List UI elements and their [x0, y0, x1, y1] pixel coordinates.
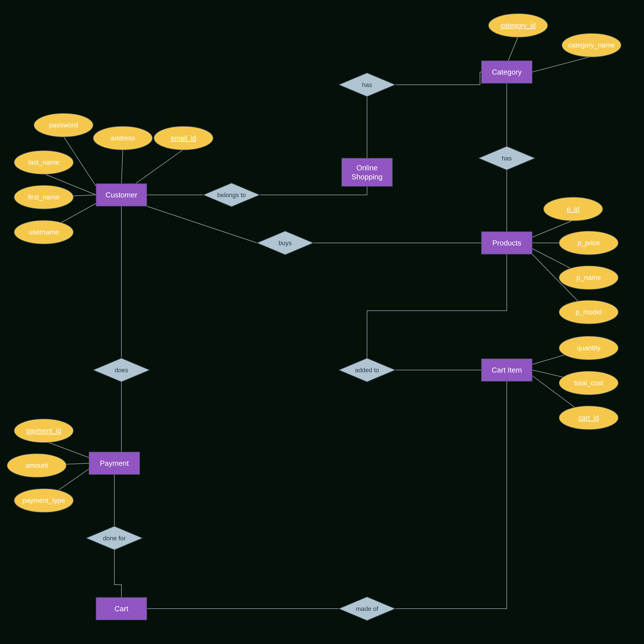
attribute-password: password [34, 113, 93, 137]
edge-does-payment [114, 381, 121, 452]
edge-done_for-cart [114, 549, 121, 597]
attribute-p_name: p_name [559, 266, 618, 289]
svg-text:payment_id: payment_id [26, 427, 61, 435]
attribute-payment_id: payment_id [14, 419, 73, 443]
attribute-last_name: last_name [14, 150, 73, 174]
svg-text:total_cost: total_cost [574, 379, 603, 387]
svg-text:added to: added to [355, 367, 379, 374]
attribute-address: address [93, 126, 152, 150]
attribute-total_cost: total_cost [559, 371, 618, 395]
relationship-made_of: made of [339, 597, 395, 621]
edge-products-added_to [367, 254, 507, 359]
attr-edge-customer [121, 149, 123, 184]
relationship-has_right: has [479, 146, 535, 170]
svg-text:category_name: category_name [568, 41, 615, 49]
svg-text:Shopping: Shopping [352, 172, 383, 181]
svg-text:amount: amount [25, 462, 48, 469]
svg-text:last_name: last_name [28, 158, 60, 166]
svg-text:Online: Online [356, 163, 377, 172]
attribute-first_name: first_name [14, 185, 73, 209]
entity-cart: Cart [96, 597, 147, 620]
edge-made_of-cart_item [395, 381, 507, 609]
svg-text:has: has [362, 81, 372, 88]
svg-text:quantity: quantity [577, 344, 601, 352]
attribute-username: username [14, 220, 73, 244]
svg-text:cart_id: cart_id [578, 414, 599, 422]
attribute-layer: passwordaddressemail_idlast_namefirst_na… [7, 14, 621, 512]
relationship-buys: buys [257, 231, 313, 255]
edge-customer-buys [147, 206, 257, 243]
svg-text:Cart: Cart [114, 604, 128, 613]
relationship-added_to: added to [339, 358, 395, 382]
entity-payment: Payment [89, 452, 140, 475]
entity-layer: CustomerOnlineShoppingCategoryProductsCa… [89, 61, 532, 620]
relationship-has_top: has [339, 73, 395, 97]
svg-text:address: address [111, 134, 135, 142]
svg-text:does: does [115, 367, 128, 374]
attribute-p_id: p_id [543, 197, 603, 221]
entity-online_shopping: OnlineShopping [342, 158, 392, 186]
svg-text:Cart Item: Cart Item [492, 366, 522, 374]
svg-text:Products: Products [492, 239, 521, 247]
attribute-p_price: p_price [559, 231, 618, 255]
attr-edge-category [532, 56, 591, 72]
relationship-belongs_to: belongs to [203, 183, 260, 207]
attribute-p_model: p_model [559, 300, 618, 324]
attribute-quantity: quantity [559, 336, 618, 360]
svg-text:Category: Category [492, 68, 522, 76]
svg-text:p_model: p_model [576, 308, 602, 316]
entity-cart_item: Cart Item [481, 359, 532, 381]
entity-products: Products [481, 231, 532, 254]
attr-edge-layer [37, 37, 591, 501]
svg-text:password: password [49, 121, 78, 129]
attribute-category_name: category_name [562, 33, 621, 57]
svg-text:made of: made of [356, 605, 378, 612]
svg-text:first_name: first_name [28, 193, 60, 201]
svg-text:p_name: p_name [577, 274, 601, 281]
svg-text:email_id: email_id [171, 134, 196, 142]
svg-text:belongs to: belongs to [217, 191, 246, 198]
attribute-payment_type: payment_type [14, 489, 73, 512]
attribute-cart_id: cart_id [559, 406, 618, 430]
svg-text:username: username [29, 228, 59, 236]
svg-text:has: has [502, 155, 512, 162]
relationship-done_for: done for [86, 526, 143, 550]
attr-edge-customer [136, 149, 184, 184]
svg-text:p_id: p_id [567, 205, 579, 213]
svg-text:Customer: Customer [106, 191, 137, 199]
entity-customer: Customer [96, 184, 147, 206]
svg-text:buys: buys [279, 239, 292, 246]
svg-text:category_id: category_id [501, 21, 536, 29]
er-diagram: passwordaddressemail_idlast_namefirst_na… [0, 0, 644, 644]
attribute-amount: amount [7, 454, 66, 477]
edge-has_top-category [395, 72, 481, 85]
relationship-does: does [93, 358, 150, 382]
svg-text:p_price: p_price [578, 239, 600, 246]
relationship-layer: belongs tohashasbuysdoesadded todone for… [86, 73, 535, 621]
svg-text:done for: done for [103, 535, 126, 542]
attribute-email_id: email_id [154, 126, 213, 150]
edge-layer [114, 72, 507, 609]
attr-edge-category [508, 37, 518, 61]
svg-text:Payment: Payment [100, 459, 129, 468]
attribute-category_id: category_id [488, 14, 548, 37]
edge-belongs_to-online_shopping [260, 186, 367, 195]
svg-text:payment_type: payment_type [23, 497, 65, 504]
entity-category: Category [481, 61, 532, 83]
